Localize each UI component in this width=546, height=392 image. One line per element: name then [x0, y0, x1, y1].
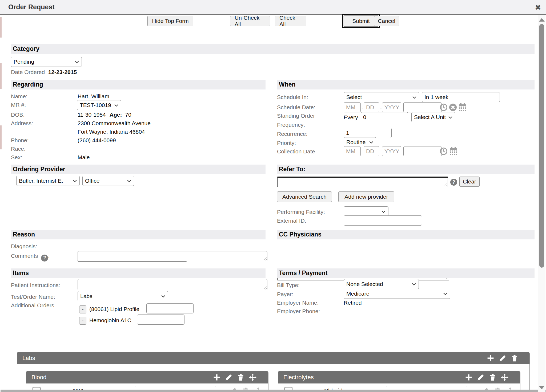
every-input[interactable]	[361, 112, 408, 122]
category-select[interactable]: Pending	[11, 57, 82, 67]
every-label: Every	[344, 114, 358, 121]
dialog-titlebar	[0, 0, 546, 15]
edit-pencil-icon[interactable]	[499, 354, 506, 362]
address-line1: 2300 Commonwealth Avenue	[78, 120, 151, 126]
external-id-label: External ID:	[277, 218, 306, 224]
electrolytes-group-header: Electrolytes	[278, 371, 520, 383]
delete-trash-icon[interactable]	[237, 374, 244, 381]
mr-number-select[interactable]: TEST-10019	[77, 100, 121, 110]
clock-icon[interactable]	[440, 147, 448, 155]
blood-group-title: Blood	[31, 374, 46, 381]
background-page-edge	[0, 125, 2, 149]
schedule-date-mm-input[interactable]	[344, 102, 361, 112]
priority-select[interactable]: Routine	[344, 137, 376, 147]
labs-panel: Labs Blood ANA	[17, 352, 530, 392]
electrolytes-group-title: Electrolytes	[283, 374, 314, 381]
move-handle-icon[interactable]	[249, 374, 256, 381]
comments-textarea[interactable]	[78, 251, 267, 261]
add-icon[interactable]	[465, 374, 472, 381]
add-new-provider-button[interactable]: Add new provider	[338, 191, 394, 202]
hide-top-form-button[interactable]: Hide Top Form	[147, 16, 193, 26]
schedule-time-input[interactable]	[403, 102, 442, 112]
recurrence-input[interactable]	[344, 128, 392, 138]
race-label: Race:	[11, 146, 26, 152]
collection-time-input[interactable]	[403, 146, 442, 156]
refer-to-input[interactable]	[277, 177, 448, 187]
background-page-edge	[0, 17, 2, 38]
clear-date-icon[interactable]	[449, 103, 457, 111]
resize-grip[interactable]	[444, 183, 447, 186]
scrollbar-thumb[interactable]	[539, 24, 544, 268]
edit-pencil-icon[interactable]	[225, 374, 232, 381]
schedule-in-select[interactable]: Select	[344, 92, 419, 102]
performing-facility-select[interactable]	[344, 206, 388, 217]
schedule-in-text-input[interactable]	[422, 92, 500, 102]
check-all-button[interactable]: Check All	[275, 16, 306, 26]
advanced-search-button[interactable]: Advanced Search	[277, 191, 332, 202]
provider-location-value: Office	[85, 178, 99, 184]
delete-trash-icon[interactable]	[489, 374, 496, 381]
dialog-title: Order Request	[8, 3, 55, 11]
collection-date-mm-input[interactable]	[344, 146, 361, 156]
mr-label: MR #:	[11, 102, 26, 108]
schedule-date-dd-input[interactable]	[364, 102, 379, 112]
schedule-date-yyyy-input[interactable]	[382, 102, 401, 112]
collection-date-yyyy-input[interactable]	[382, 146, 401, 156]
ordering-provider-select[interactable]: Butler, Internist E.	[16, 176, 80, 186]
order-request-dialog: Order Request ✖ Hide Top Form Un-Check A…	[0, 0, 546, 392]
scroll-down-icon[interactable]	[539, 386, 545, 389]
remove-order-button[interactable]: -	[79, 305, 86, 313]
employer-name-label: Employer Name:	[277, 300, 319, 306]
clock-icon[interactable]	[440, 103, 448, 111]
order-item-name: (80061) Lipid Profile	[89, 306, 139, 312]
payer-label: Payer:	[277, 291, 293, 297]
refer-to-help-icon[interactable]: ?	[450, 179, 457, 186]
provider-location-select[interactable]: Office	[82, 176, 134, 186]
items-section-header: Items	[11, 268, 266, 278]
resize-grip[interactable]	[263, 286, 267, 289]
patient-name: Hart, William	[78, 93, 109, 100]
uncheck-all-button[interactable]: Un-Check All	[230, 16, 270, 26]
calendar-icon[interactable]	[449, 147, 458, 155]
vertical-scrollbar[interactable]	[538, 15, 545, 392]
payer-select[interactable]: Medicare	[344, 289, 450, 299]
order-item-input[interactable]	[146, 303, 194, 313]
close-button[interactable]: ✖	[530, 0, 546, 15]
remove-order-button[interactable]: -	[79, 317, 86, 325]
move-handle-icon[interactable]	[501, 374, 508, 381]
refer-to-clear-button[interactable]: Clear	[459, 177, 480, 187]
address-label: Address:	[11, 120, 33, 126]
patient-instructions-textarea[interactable]	[78, 279, 267, 290]
ordering-provider-section-header: Ordering Provider	[11, 165, 266, 174]
dob-label: DOB:	[11, 112, 25, 118]
category-select-value: Pending	[14, 59, 34, 65]
date-ordered-label: Date Ordered	[11, 69, 45, 75]
comments-help-icon[interactable]: ?	[41, 255, 48, 262]
add-icon[interactable]	[487, 354, 494, 362]
collection-date-dd-input[interactable]	[364, 146, 379, 156]
add-icon[interactable]	[213, 374, 220, 381]
chevron-down-icon	[369, 141, 374, 144]
phone-value: (260) 444-0099	[78, 137, 116, 144]
priority-select-value: Routine	[346, 139, 366, 145]
order-item-input[interactable]	[137, 315, 184, 325]
edit-pencil-icon[interactable]	[477, 374, 484, 381]
bill-type-select[interactable]: None Selected	[344, 279, 419, 289]
order-item-name: Hemoglobin A1C	[89, 317, 131, 324]
calendar-icon[interactable]	[458, 103, 467, 111]
chevron-down-icon	[114, 104, 119, 107]
close-icon[interactable]: ✖	[535, 3, 541, 12]
resize-grip[interactable]	[263, 257, 267, 260]
submit-button[interactable]: Submit	[343, 15, 379, 27]
date-dash: -	[362, 105, 363, 111]
collection-date-label: Collection Date	[277, 148, 315, 155]
unit-select[interactable]: Select A Unit	[411, 112, 455, 122]
diagnosis-label: Diagnosis:	[11, 243, 37, 250]
cancel-button[interactable]: Cancel	[374, 16, 399, 26]
chevron-down-icon	[75, 60, 79, 63]
external-id-input[interactable]	[344, 215, 422, 226]
test-order-name-select[interactable]: Labs	[78, 291, 168, 301]
scroll-up-icon[interactable]	[539, 18, 545, 22]
delete-trash-icon[interactable]	[511, 354, 518, 362]
chevron-down-icon	[412, 96, 417, 99]
